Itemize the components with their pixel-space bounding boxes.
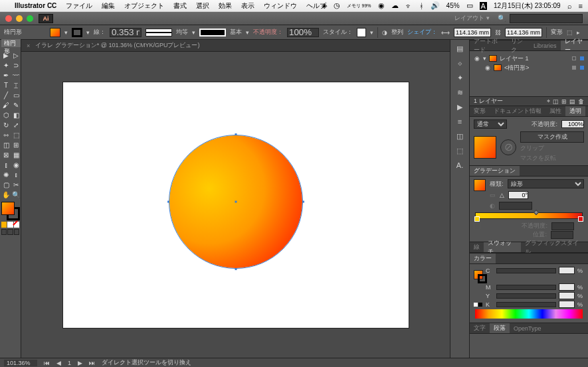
color-mode-solid[interactable] xyxy=(1,222,7,228)
m-value[interactable] xyxy=(559,283,575,291)
gradient-stop-right[interactable] xyxy=(578,216,583,222)
spotlight-icon[interactable]: ⌕ xyxy=(567,2,572,10)
canvas[interactable] xyxy=(21,52,450,358)
css-icon[interactable]: ⟐ xyxy=(454,57,466,69)
cloud-icon[interactable]: ☁ xyxy=(391,1,399,10)
artboard-num[interactable]: 1 xyxy=(68,360,71,366)
stop-position-field[interactable] xyxy=(551,231,573,239)
options-divider-icon[interactable]: ▸ xyxy=(577,29,580,36)
k-slider[interactable] xyxy=(496,302,556,307)
menu-object[interactable]: オブジェクト xyxy=(124,1,164,11)
angle-field[interactable] xyxy=(508,191,528,199)
aspect-field[interactable] xyxy=(499,202,532,210)
white-swatch[interactable] xyxy=(474,303,478,307)
tab-layers[interactable]: レイヤー xyxy=(561,40,588,50)
symbols-icon[interactable]: ✦ xyxy=(454,72,466,84)
stroke-width-input[interactable] xyxy=(110,28,142,37)
shape-builder-tool[interactable]: ◫ xyxy=(1,140,11,149)
anchor-bottom[interactable] xyxy=(235,268,237,270)
close-button[interactable] xyxy=(5,15,12,22)
lasso-tool[interactable]: ⊃ xyxy=(11,60,21,70)
close-tab-icon[interactable]: × xyxy=(27,42,30,49)
ellipse-shape[interactable] xyxy=(169,135,302,268)
draw-inside[interactable] xyxy=(14,229,19,235)
direct-selection-tool[interactable]: ▷ xyxy=(11,50,21,60)
character-icon[interactable]: A. xyxy=(454,159,466,171)
graph-tool[interactable]: ⫾ xyxy=(11,170,21,179)
shaper-tool[interactable]: ⬡ xyxy=(1,110,11,119)
brush-tool[interactable]: 🖌 xyxy=(1,100,11,110)
layer-row-1[interactable]: ◉ ▾ レイヤー 1 xyxy=(474,54,584,63)
bluetooth-icon[interactable]: ᚼ xyxy=(419,2,424,10)
memory-indicator[interactable]: メモリ 99% xyxy=(347,3,371,9)
y-value[interactable] xyxy=(559,292,575,299)
shape-word[interactable]: シェイプ： xyxy=(407,28,437,37)
pen-tool[interactable]: ✒ xyxy=(1,70,11,80)
c-slider[interactable] xyxy=(496,268,556,273)
target-icon[interactable] xyxy=(572,56,576,60)
draw-behind[interactable] xyxy=(7,229,13,235)
gradient-type-select[interactable]: 線形 xyxy=(508,179,584,188)
workspace-dropdown[interactable]: レイアウト ▾ xyxy=(450,14,494,23)
brush-definition[interactable] xyxy=(199,29,226,37)
brushes-icon[interactable]: ≋ xyxy=(454,86,466,98)
type-tool[interactable]: T xyxy=(1,80,11,90)
eraser-tool[interactable]: ◧ xyxy=(11,110,21,119)
trash-stop-icon[interactable]: 🗑 xyxy=(578,223,584,230)
tab-attributes[interactable]: 属性 xyxy=(545,106,565,116)
style-swatch[interactable] xyxy=(357,28,366,37)
clock-icon[interactable]: ◷ xyxy=(334,1,340,10)
target-icon[interactable] xyxy=(572,66,576,70)
make-mask-button[interactable]: マスク作成 xyxy=(520,131,584,143)
fill-dropdown-icon[interactable]: ▾ xyxy=(64,29,68,36)
eyedropper-tool[interactable]: ⫿ xyxy=(1,160,11,169)
fill-indicator[interactable] xyxy=(1,202,15,215)
tab-swatches[interactable]: スウォッチ xyxy=(484,242,521,252)
tab-transparency[interactable]: 透明 xyxy=(565,106,585,116)
black-swatch[interactable] xyxy=(478,303,482,307)
battery-text[interactable]: 45% xyxy=(446,2,460,9)
recolor-icon[interactable]: ◑ xyxy=(382,29,387,36)
stop-opacity-field[interactable] xyxy=(551,222,574,230)
gradient-tool[interactable]: ▦ xyxy=(11,150,21,159)
battery-icon[interactable]: ▭ xyxy=(466,1,473,10)
menu-view[interactable]: 表示 xyxy=(241,1,254,11)
search-input[interactable] xyxy=(510,14,583,23)
zoom-field[interactable]: 101.36% xyxy=(4,360,37,366)
pencil-tool[interactable]: ✎ xyxy=(11,100,21,110)
hand-tool[interactable]: ✋ xyxy=(1,190,11,199)
zoom-button[interactable] xyxy=(27,15,33,22)
gradient-stop-left[interactable] xyxy=(474,216,480,222)
tab-transform[interactable]: 変形 xyxy=(470,106,490,116)
layer-name[interactable]: レイヤー 1 xyxy=(500,54,529,63)
k-value[interactable] xyxy=(559,301,575,308)
gradient-slider[interactable] xyxy=(475,212,583,219)
fill-stroke-indicator[interactable] xyxy=(1,202,20,220)
stop-color-swatch[interactable] xyxy=(474,223,480,230)
anchor-right[interactable] xyxy=(302,200,304,202)
stroke-profile[interactable] xyxy=(146,29,172,37)
tab-graphic-styles[interactable]: グラフィックスタイル xyxy=(521,242,588,252)
draw-normal[interactable] xyxy=(1,229,7,235)
symbol-spray-tool[interactable]: ✺ xyxy=(1,170,11,179)
uniform-label[interactable]: 均等 xyxy=(176,28,188,37)
nav-prev-icon[interactable]: ◀ xyxy=(56,360,61,366)
basic-label[interactable]: 基本 xyxy=(230,28,242,37)
tab-libraries[interactable]: Libraries xyxy=(530,40,561,50)
make-clipping-icon[interactable]: ◫ xyxy=(553,98,559,105)
slice-tool[interactable]: ✂ xyxy=(11,180,21,189)
new-sublayer-icon[interactable]: ⊞ xyxy=(561,98,567,105)
free-transform-tool[interactable]: ⬚ xyxy=(11,130,21,139)
dropbox-icon[interactable]: ◈ xyxy=(322,1,327,10)
isolate-icon[interactable]: ⬚ xyxy=(567,29,573,36)
app-name[interactable]: Illustrator CC xyxy=(15,2,56,9)
layer-row-ellipse[interactable]: ◉ <楕円形> xyxy=(474,63,584,72)
rotate-tool[interactable]: ↻ xyxy=(1,120,11,129)
gradient-swatch[interactable] xyxy=(474,179,486,191)
volume-icon[interactable]: 🔊 xyxy=(431,1,440,10)
width-input[interactable] xyxy=(454,28,491,37)
scale-tool[interactable]: ⤢ xyxy=(11,120,21,129)
opacity-input[interactable] xyxy=(287,28,319,37)
properties-icon[interactable]: ▤ xyxy=(454,42,466,54)
input-icon[interactable]: A xyxy=(480,2,487,10)
